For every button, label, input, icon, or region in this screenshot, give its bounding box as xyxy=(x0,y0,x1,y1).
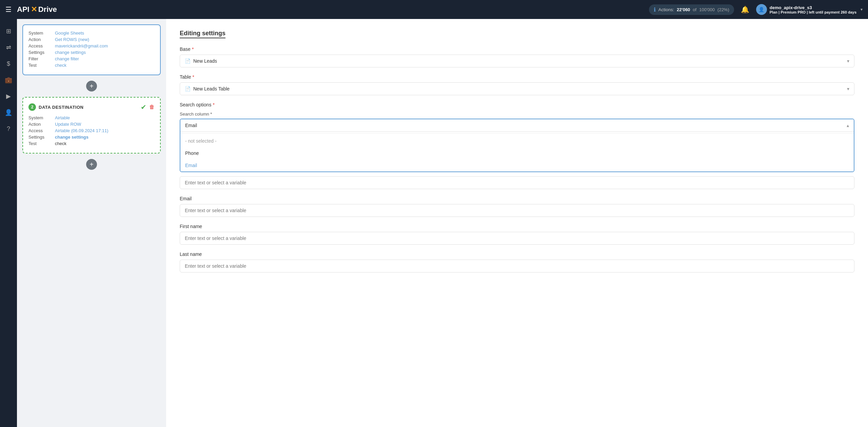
dest-access-value[interactable]: Airtable (06.09.2024 17:11) xyxy=(55,128,108,133)
firstname-input[interactable] xyxy=(180,232,854,245)
table-row: Action Update ROW xyxy=(28,122,155,127)
main-container: System Google Sheets Action Get ROWS (ne… xyxy=(17,19,868,427)
topnav: ☰ API✕Drive ℹ Actions: 22'060 of 100'000… xyxy=(0,0,868,19)
delete-icon[interactable]: 🗑 xyxy=(149,104,155,110)
table-section: Table * 📄 New Leads Table ▾ xyxy=(180,74,854,95)
filter-value[interactable]: change filter xyxy=(55,56,79,61)
search-column-dropdown[interactable]: Email ▴ - not selected - Phone Email xyxy=(180,119,854,172)
user-name: demo_apix-drive_s3 xyxy=(770,5,856,10)
logo-api-text: API xyxy=(17,5,29,14)
table-row: Test check xyxy=(28,141,155,146)
dropdown-selected-option[interactable]: Email ▴ xyxy=(180,119,854,131)
access-label: Access xyxy=(28,43,52,48)
email-input[interactable] xyxy=(180,204,854,217)
table-value: New Leads Table xyxy=(193,86,230,92)
user-area[interactable]: 👤 demo_apix-drive_s3 Plan | Premium PRO … xyxy=(756,4,863,15)
actions-of: of xyxy=(693,7,696,12)
sidebar: ⊞ ⇌ $ 💼 ▶ 👤 ? xyxy=(0,19,17,427)
lastname-section: Last name xyxy=(180,251,854,272)
dropdown-item-phone[interactable]: Phone xyxy=(180,147,854,159)
dest-system-label: System xyxy=(28,115,52,120)
user-chevron-icon: ▾ xyxy=(861,7,863,12)
filter-label: Filter xyxy=(28,56,52,61)
sidebar-icon-cases[interactable]: 💼 xyxy=(2,73,15,87)
dropdown-item-email[interactable]: Email xyxy=(180,159,854,171)
logo-x-text: ✕ xyxy=(31,5,37,14)
logo: API✕Drive xyxy=(17,5,57,14)
action-value[interactable]: Get ROWS (new) xyxy=(55,37,89,42)
info-icon: ℹ xyxy=(654,6,656,13)
action-label: Action xyxy=(28,37,52,42)
hamburger-button[interactable]: ☰ xyxy=(5,5,12,14)
email-section: Email xyxy=(180,196,854,217)
add-step-button-2[interactable]: + xyxy=(86,159,97,170)
settings-value[interactable]: change settings xyxy=(55,50,86,55)
base-select[interactable]: 📄 New Leads ▾ xyxy=(180,55,854,67)
avatar: 👤 xyxy=(756,4,767,15)
table-row: Settings change settings xyxy=(28,135,155,140)
logo-drive-text: Drive xyxy=(38,5,57,14)
settings-label: Settings xyxy=(28,50,52,55)
actions-label: Actions: xyxy=(658,7,674,12)
table-row: Test check xyxy=(28,63,155,68)
user-plan: Plan | Premium PRO | left until payment … xyxy=(770,10,856,14)
editing-settings-title: Editing settings xyxy=(180,30,225,38)
sidebar-icon-home[interactable]: ⊞ xyxy=(2,24,15,38)
table-chevron-icon: ▾ xyxy=(847,86,849,92)
base-section: Base * 📄 New Leads ▾ xyxy=(180,46,854,67)
dropdown-list: - not selected - Phone Email xyxy=(180,131,854,171)
actions-total: 100'000 xyxy=(699,7,715,12)
dest-action-value[interactable]: Update ROW xyxy=(55,122,81,127)
dest-access-label: Access xyxy=(28,128,52,133)
sidebar-icon-money[interactable]: $ xyxy=(2,57,15,70)
bell-button[interactable]: 🔔 xyxy=(739,4,751,15)
dest-card-header: 2 DATA DESTINATION ✔ 🗑 xyxy=(28,103,155,111)
search-options-label: Search options * xyxy=(180,102,854,107)
check-icon: ✔ xyxy=(141,103,146,111)
chevron-up-icon: ▴ xyxy=(847,123,849,128)
dest-settings-label: Settings xyxy=(28,135,52,140)
actions-badge: ℹ Actions: 22'060 of 100'000 (22%) xyxy=(649,4,734,15)
doc-icon: 📄 xyxy=(185,58,191,64)
destination-card: 2 DATA DESTINATION ✔ 🗑 System Airtable A… xyxy=(22,97,161,154)
base-label: Base * xyxy=(180,46,854,52)
system-value[interactable]: Google Sheets xyxy=(55,30,84,36)
add-step-button[interactable]: + xyxy=(86,81,97,92)
dest-settings-value[interactable]: change settings xyxy=(55,135,88,140)
email-label: Email xyxy=(180,196,854,201)
table-row: Filter change filter xyxy=(28,56,155,61)
base-chevron-icon: ▾ xyxy=(847,58,849,64)
access-value[interactable]: maverickandrii@gmail.com xyxy=(55,43,108,48)
user-info: demo_apix-drive_s3 Plan | Premium PRO | … xyxy=(770,5,856,14)
sidebar-icon-user[interactable]: 👤 xyxy=(2,106,15,119)
base-value: New Leads xyxy=(193,58,217,64)
search-value-input[interactable] xyxy=(180,176,854,189)
right-panel: Editing settings Base * 📄 New Leads ▾ Ta… xyxy=(166,19,868,427)
table-row: Access Airtable (06.09.2024 17:11) xyxy=(28,128,155,133)
lastname-input[interactable] xyxy=(180,260,854,272)
table-row: Action Get ROWS (new) xyxy=(28,37,155,42)
sidebar-icon-connections[interactable]: ⇌ xyxy=(2,41,15,54)
dropdown-selected-text: Email xyxy=(185,123,197,128)
test-value[interactable]: check xyxy=(55,63,66,68)
search-options-section: Search options * Search column * Email ▴… xyxy=(180,102,854,189)
firstname-section: First name xyxy=(180,224,854,245)
actions-pct: (22%) xyxy=(717,7,729,12)
lastname-label: Last name xyxy=(180,251,854,257)
test-label: Test xyxy=(28,63,52,68)
table-row: Access maverickandrii@gmail.com xyxy=(28,43,155,48)
sidebar-icon-help[interactable]: ? xyxy=(2,122,15,136)
dest-action-label: Action xyxy=(28,122,52,127)
source-card: System Google Sheets Action Get ROWS (ne… xyxy=(22,24,161,75)
dest-system-value[interactable]: Airtable xyxy=(55,115,70,120)
sidebar-icon-play[interactable]: ▶ xyxy=(2,89,15,103)
dest-card-num: 2 xyxy=(28,103,36,111)
table-row: System Airtable xyxy=(28,115,155,120)
search-column-label: Search column * xyxy=(180,111,854,117)
dest-test-value: check xyxy=(55,141,66,146)
dropdown-item-not-selected[interactable]: - not selected - xyxy=(180,135,854,147)
actions-used: 22'060 xyxy=(677,7,690,12)
table-row: Settings change settings xyxy=(28,50,155,55)
dest-card-title: DATA DESTINATION xyxy=(39,105,83,110)
table-select[interactable]: 📄 New Leads Table ▾ xyxy=(180,82,854,95)
